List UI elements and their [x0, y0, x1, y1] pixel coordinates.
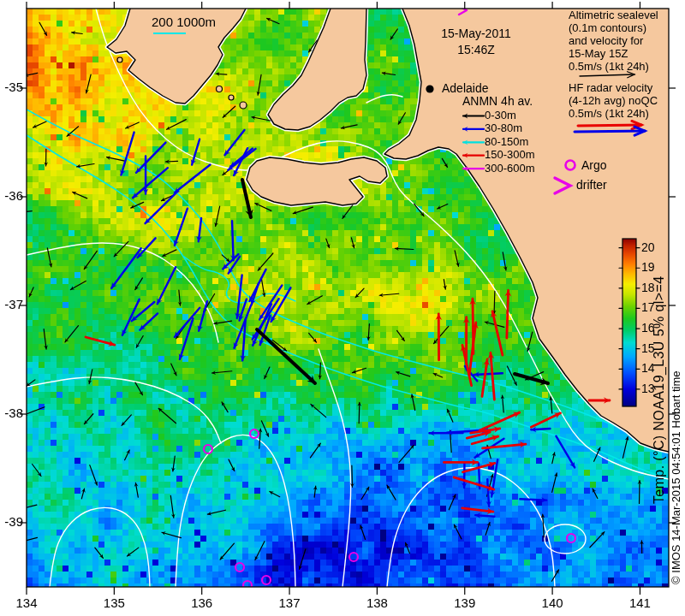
copyright-note: © IMOS 14-Mar-2015 04:54:01 Hobart time	[670, 334, 682, 616]
altimetric-legend-line: and velocity for	[569, 35, 643, 47]
x-tick-label: 134	[9, 596, 44, 611]
altimetric-legend-line: (0.1m contours)	[569, 22, 646, 34]
y-tick-label: -38	[0, 406, 23, 421]
x-tick-label: 137	[272, 596, 307, 611]
x-tick-label: 138	[360, 596, 394, 611]
y-tick-label: -35	[0, 80, 23, 95]
x-tick-label: 136	[185, 596, 219, 611]
x-tick-label: 140	[535, 596, 569, 611]
anmn-legend-item-label: 80-150m	[485, 136, 528, 148]
timestamp-date: 15-May-2011	[425, 27, 527, 40]
y-tick-label: -36	[0, 189, 23, 204]
x-tick-label: 139	[448, 596, 482, 611]
timestamp-time: 15:46Z	[425, 44, 527, 56]
argo-label: Argo	[581, 159, 607, 172]
y-tick-label: -37	[0, 298, 23, 312]
anmn-legend-title: ANMN 4h av.	[462, 95, 533, 108]
anmn-legend-item-label: 150-300m	[485, 149, 535, 161]
hf-legend-line: HF radar velocity	[569, 82, 652, 94]
drifter-label: drifter	[576, 179, 607, 192]
anmn-legend-item-label: 30-80m	[485, 122, 522, 134]
altimetric-legend-line: 0.5m/s (1kt 24h)	[569, 61, 649, 73]
altimetric-legend-line: 15-May 15Z	[569, 48, 628, 60]
anmn-legend-item-label: 0-30m	[485, 110, 516, 121]
hf-legend-line: 0.5m/s (1kt 24h)	[569, 108, 649, 120]
anmn-legend-item-label: 300-600m	[485, 163, 535, 175]
colorbar-title: Temp. (°C) NOAA19_L3U 5% ql>=4	[652, 228, 667, 553]
altimetric-legend-line: Altimetric sealevel	[569, 9, 658, 21]
x-tick-label: 135	[97, 596, 131, 611]
y-tick-label: -39	[0, 515, 23, 530]
sst-map-figure: { "figure": { "bg": "#ffffff", "land_col…	[0, 0, 685, 616]
bathymetry-scale-label: 200 1000m	[152, 15, 216, 30]
hf-legend-line: (4-12h avg) noQC	[569, 95, 658, 107]
x-tick-label: 141	[622, 596, 657, 611]
